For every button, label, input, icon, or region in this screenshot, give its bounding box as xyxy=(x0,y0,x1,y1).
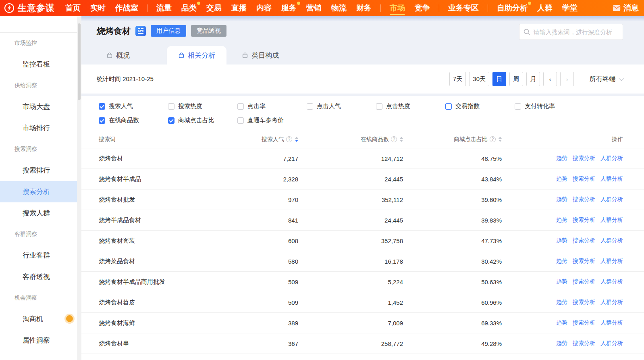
period-button-月[interactable]: 月 xyxy=(526,72,540,86)
nav-item-营销[interactable]: 营销 xyxy=(301,0,326,16)
sort-control[interactable] xyxy=(499,137,502,142)
sort-desc-icon[interactable] xyxy=(400,140,403,142)
action-link-人群分析[interactable]: 人群分析 xyxy=(600,237,623,244)
user-info-button[interactable]: 用户信息 xyxy=(151,25,186,37)
help-icon[interactable]: ? xyxy=(391,136,397,142)
tab-相关分析[interactable]: 相关分析 xyxy=(167,46,226,65)
filter-搜索人气[interactable]: 搜索人气 xyxy=(99,102,168,110)
checkbox-icon[interactable] xyxy=(445,103,452,110)
period-button-30天[interactable]: 30天 xyxy=(469,72,489,86)
action-link-搜索分析[interactable]: 搜索分析 xyxy=(573,278,595,285)
sidebar-item-客群透视[interactable]: 客群透视 xyxy=(0,266,77,287)
nav-item-学堂[interactable]: 学堂 xyxy=(557,0,582,16)
nav-item-流量[interactable]: 流量 xyxy=(152,0,177,16)
filter-点击热度[interactable]: 点击热度 xyxy=(376,102,445,110)
sidebar-item-搜索排行[interactable]: 搜索排行 xyxy=(0,160,77,181)
sort-control[interactable] xyxy=(400,137,403,142)
checkbox-icon[interactable] xyxy=(237,117,244,124)
action-link-人群分析[interactable]: 人群分析 xyxy=(600,299,623,306)
sidebar-item-淘商机[interactable]: 淘商机 xyxy=(0,308,77,330)
sort-asc-icon[interactable] xyxy=(295,137,298,139)
checkbox-icon[interactable] xyxy=(376,103,382,110)
nav-item-服务[interactable]: 服务 xyxy=(276,0,301,16)
sidebar-item-监控看板[interactable]: 监控看板 xyxy=(0,54,77,75)
sidebar-item-行业客群[interactable]: 行业客群 xyxy=(0,245,77,266)
nav-item-直播[interactable]: 直播 xyxy=(226,0,251,16)
sidebar-item-市场排行[interactable]: 市场排行 xyxy=(0,117,77,139)
tab-类目构成[interactable]: 类目构成 xyxy=(242,46,279,65)
action-link-搜索分析[interactable]: 搜索分析 xyxy=(573,175,595,183)
nav-message[interactable]: 消息 xyxy=(613,0,639,16)
action-link-搜索分析[interactable]: 搜索分析 xyxy=(573,196,595,203)
action-link-人群分析[interactable]: 人群分析 xyxy=(600,196,623,203)
keyword-badge-icon[interactable] xyxy=(135,26,146,36)
tab-概况[interactable]: 概况 xyxy=(106,46,130,65)
help-icon[interactable]: ? xyxy=(490,136,496,142)
sort-asc-icon[interactable] xyxy=(400,137,403,139)
action-link-搜索分析[interactable]: 搜索分析 xyxy=(573,319,595,327)
nav-item-业务专区[interactable]: 业务专区 xyxy=(443,0,484,16)
action-link-人群分析[interactable]: 人群分析 xyxy=(600,175,623,183)
checkbox-icon[interactable] xyxy=(168,103,175,110)
filter-商城点击占比[interactable]: 商城点击占比 xyxy=(168,117,237,124)
period-button-7天[interactable]: 7天 xyxy=(449,72,466,86)
action-link-人群分析[interactable]: 人群分析 xyxy=(600,155,623,162)
nav-item-实时[interactable]: 实时 xyxy=(85,0,110,16)
action-link-搜索分析[interactable]: 搜索分析 xyxy=(573,340,595,347)
filter-点击率[interactable]: 点击率 xyxy=(237,102,307,110)
action-link-人群分析[interactable]: 人群分析 xyxy=(600,340,623,347)
prev-page-button[interactable]: ‹ xyxy=(543,72,557,86)
action-link-人群分析[interactable]: 人群分析 xyxy=(600,278,623,285)
column-header-搜索人气[interactable]: 搜索人气? xyxy=(202,136,298,143)
checkbox-checked-icon[interactable] xyxy=(99,117,105,124)
nav-item-首页[interactable]: 首页 xyxy=(60,0,85,16)
nav-item-品类[interactable]: 品类 xyxy=(177,0,202,16)
period-button-周[interactable]: 周 xyxy=(509,72,523,86)
action-link-趋势[interactable]: 趋势 xyxy=(556,258,567,265)
action-link-人群分析[interactable]: 人群分析 xyxy=(600,319,623,327)
action-link-趋势[interactable]: 趋势 xyxy=(556,278,567,285)
action-link-搜索分析[interactable]: 搜索分析 xyxy=(573,155,595,162)
column-header-商城点击占比[interactable]: 商城点击占比? xyxy=(403,136,502,143)
nav-item-财务[interactable]: 财务 xyxy=(351,0,376,16)
nav-item-作战室[interactable]: 作战室 xyxy=(110,0,143,16)
search-input[interactable] xyxy=(534,29,619,35)
column-header-在线商品数[interactable]: 在线商品数? xyxy=(298,136,403,143)
action-link-搜索分析[interactable]: 搜索分析 xyxy=(573,299,595,306)
action-link-趋势[interactable]: 趋势 xyxy=(556,237,567,244)
filter-搜索热度[interactable]: 搜索热度 xyxy=(168,102,237,110)
checkbox-icon[interactable] xyxy=(515,103,521,110)
action-link-趋势[interactable]: 趋势 xyxy=(556,319,567,327)
nav-item-竞争[interactable]: 竞争 xyxy=(410,0,435,16)
filter-在线商品数[interactable]: 在线商品数 xyxy=(99,117,168,124)
action-link-趋势[interactable]: 趋势 xyxy=(556,299,567,306)
sort-control[interactable] xyxy=(295,137,298,142)
filter-点击人气[interactable]: 点击人气 xyxy=(307,102,376,110)
competitor-view-button[interactable]: 竞品透视 xyxy=(191,25,226,37)
action-link-趋势[interactable]: 趋势 xyxy=(556,340,567,347)
action-link-趋势[interactable]: 趋势 xyxy=(556,155,567,162)
action-link-人群分析[interactable]: 人群分析 xyxy=(600,258,623,265)
brand[interactable]: 生意参谋 xyxy=(0,2,60,14)
action-link-搜索分析[interactable]: 搜索分析 xyxy=(573,237,595,244)
sidebar-item-属性洞察[interactable]: 属性洞察 xyxy=(0,330,77,351)
filter-交易指数[interactable]: 交易指数 xyxy=(445,102,515,110)
sort-asc-icon[interactable] xyxy=(499,137,502,139)
terminal-select[interactable]: 所有终端 xyxy=(590,65,623,94)
nav-item-内容[interactable]: 内容 xyxy=(251,0,276,16)
action-link-趋势[interactable]: 趋势 xyxy=(556,196,567,203)
sort-desc-icon[interactable] xyxy=(295,140,298,142)
sidebar-item-搜索人群[interactable]: 搜索人群 xyxy=(0,202,77,224)
filter-直通车参考价[interactable]: 直通车参考价 xyxy=(237,117,307,124)
checkbox-icon[interactable] xyxy=(307,103,313,110)
sidebar-scrollbar[interactable] xyxy=(77,16,81,360)
sidebar-item-市场大盘[interactable]: 市场大盘 xyxy=(0,96,77,117)
period-button-日[interactable]: 日 xyxy=(492,72,506,86)
filter-支付转化率[interactable]: 支付转化率 xyxy=(515,102,584,110)
sort-desc-icon[interactable] xyxy=(499,140,502,142)
sidebar-scrollbar-thumb[interactable] xyxy=(78,23,81,100)
action-link-搜索分析[interactable]: 搜索分析 xyxy=(573,216,595,224)
checkbox-checked-icon[interactable] xyxy=(99,103,105,110)
sidebar-item-搜索分析[interactable]: 搜索分析 xyxy=(0,181,77,202)
nav-item-物流[interactable]: 物流 xyxy=(326,0,351,16)
